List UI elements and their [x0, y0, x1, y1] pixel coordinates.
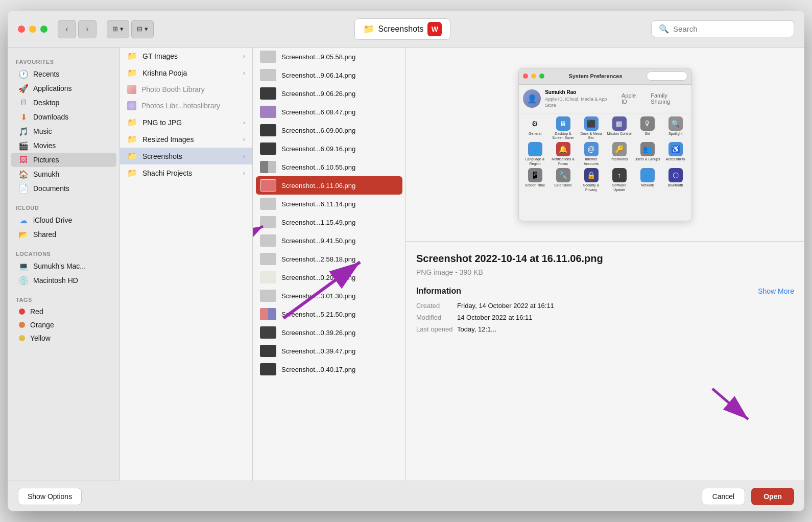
sidebar-item-icloud-drive[interactable]: ☁ iCloud Drive	[11, 213, 116, 227]
folder-photos-library[interactable]: Photos Libr...hotoslibrary	[120, 98, 252, 114]
folder-name: Photos Libr...hotoslibrary	[141, 102, 220, 110]
folder-icon: 📁	[127, 68, 137, 78]
sidebar-item-desktop[interactable]: 🖥 Desktop	[11, 96, 116, 110]
cancel-button[interactable]: Cancel	[702, 488, 746, 505]
nav-buttons: ‹ ›	[58, 20, 97, 38]
column-view-icon: ⊞	[112, 25, 118, 33]
column-view-button[interactable]: ⊞ ▾	[107, 20, 129, 38]
file-thumbnail	[260, 253, 276, 265]
sidebar-item-applications[interactable]: 🚀 Applications	[11, 81, 116, 96]
sidebar-item-downloads[interactable]: ⬇ Downloads	[11, 110, 116, 124]
hd-icon: 💿	[19, 276, 28, 285]
file-thumbnail	[260, 179, 276, 192]
sp-grid-item-bluetooth: ⬡ Bluetooth	[662, 168, 688, 192]
forward-button[interactable]: ›	[78, 20, 97, 38]
file-item[interactable]: Screenshot...9.05.58.png	[253, 48, 405, 66]
sidebar-item-pictures[interactable]: 🖼 Pictures	[11, 153, 116, 167]
file-name: Screenshot...6.10.55.png	[281, 163, 355, 171]
sidebar-label-tag-orange: Orange	[30, 321, 54, 329]
file-item[interactable]: Screenshot...6.10.55.png	[253, 158, 405, 176]
file-item[interactable]: Screenshot...0.40.17.png	[253, 360, 405, 378]
chevron-right-icon: ›	[243, 119, 245, 126]
sidebar-item-sumukh[interactable]: 🏠 Sumukh	[11, 167, 116, 181]
minimize-button[interactable]	[29, 26, 36, 33]
sidebar-item-movies[interactable]: 🎬 Movies	[11, 138, 116, 153]
sidebar-item-mac[interactable]: 💻 Sumukh's Mac...	[11, 259, 116, 273]
file-name: Screenshot...1.15.49.png	[281, 219, 355, 226]
family-sharing-label: Family Sharing	[651, 92, 687, 105]
downloads-icon: ⬇	[19, 112, 28, 122]
file-thumbnail	[260, 216, 276, 228]
sp-grid-item-software: ↑ Software Update	[606, 168, 632, 192]
bottom-bar: Show Options Cancel Open	[8, 481, 804, 511]
folder-png-to-jpg[interactable]: 📁 PNG to JPG ›	[120, 114, 252, 131]
file-name: Screenshot...5.21.50.png	[281, 311, 355, 318]
sp-software-icon: ↑	[612, 168, 627, 182]
show-more-link[interactable]: Show More	[758, 287, 794, 295]
sidebar-label-documents: Documents	[33, 184, 69, 193]
location-bar: 📁 Screenshots W	[160, 18, 645, 40]
sidebar-label-desktop: Desktop	[33, 99, 59, 107]
search-bar[interactable]: 🔍	[651, 20, 794, 37]
apple-id-label: Apple ID	[622, 92, 642, 105]
file-name: Screenshot...0.40.17.png	[281, 366, 355, 373]
sidebar-item-music[interactable]: 🎵 Music	[11, 124, 116, 138]
icloud-header: iCloud	[8, 200, 120, 213]
file-item[interactable]: Screenshot...0.39.26.png	[253, 323, 405, 342]
sidebar-item-tag-yellow[interactable]: Yellow	[11, 331, 116, 345]
sidebar-item-tag-red[interactable]: Red	[11, 305, 116, 318]
folder-shachi-projects[interactable]: 📁 Shachi Projects ›	[120, 164, 252, 181]
folder-photo-booth[interactable]: Photo Booth Library	[120, 81, 252, 98]
folder-gt-images[interactable]: 📁 GT Images ›	[120, 48, 252, 64]
warp-icon[interactable]: W	[427, 22, 442, 36]
created-value: Friday, 14 October 2022 at 16:11	[457, 302, 794, 310]
back-button[interactable]: ‹	[58, 20, 76, 38]
file-item[interactable]: Screenshot...9.41.50.png	[253, 231, 405, 250]
folder-icon: 📁	[127, 51, 137, 61]
file-item[interactable]: Screenshot...6.08.47.png	[253, 103, 405, 121]
file-item[interactable]: Screenshot...2.58.18.png	[253, 250, 405, 268]
sp-security-label: Security & Privacy	[578, 183, 604, 192]
sp-bluetooth-label: Bluetooth	[668, 183, 683, 187]
file-item[interactable]: Screenshot...5.21.50.png	[253, 305, 405, 323]
syspref-user-row: 👤 Sumukh Rao Apple ID, iCloud, Media & A…	[519, 85, 691, 113]
sidebar-item-recents[interactable]: 🕐 Recents	[11, 67, 116, 81]
file-item[interactable]: Screenshot...1.15.49.png	[253, 213, 405, 231]
search-input[interactable]	[673, 25, 786, 33]
folder-krishna-pooja[interactable]: 📁 Krishna Pooja ›	[120, 64, 252, 81]
folder-name: Photo Booth Library	[141, 85, 205, 93]
file-item[interactable]: Screenshot...6.09.00.png	[253, 121, 405, 139]
sidebar-item-shared[interactable]: 📂 Shared	[11, 227, 116, 242]
file-name: Screenshot...9.06.26.png	[281, 90, 355, 98]
sidebar-item-tag-orange[interactable]: Orange	[11, 318, 116, 331]
user-avatar: 👤	[523, 89, 541, 108]
file-item[interactable]: Screenshot...3.01.30.png	[253, 287, 405, 305]
sp-spotlight-label: Spotlight	[668, 132, 682, 136]
sp-grid-item-mission: ▦ Mission Control	[606, 116, 632, 140]
open-button[interactable]: Open	[751, 488, 794, 505]
file-item-selected[interactable]: Screenshot...6.11.06.png	[256, 176, 402, 195]
show-options-button[interactable]: Show Options	[18, 488, 82, 505]
grid-view-button[interactable]: ⊟ ▾	[131, 20, 154, 38]
traffic-lights	[18, 26, 47, 33]
syspref-grid: ⚙ General 🖥 Desktop & Screen Saver ⬛ Doc…	[519, 113, 691, 195]
folder-resized-images[interactable]: 📁 Resized Images ›	[120, 131, 252, 148]
file-item[interactable]: Screenshot...6.09.16.png	[253, 139, 405, 158]
file-thumbnail	[260, 69, 276, 81]
file-item[interactable]: Screenshot...9.06.26.png	[253, 84, 405, 103]
sp-max-button	[539, 74, 544, 79]
close-button[interactable]	[18, 26, 25, 33]
file-item[interactable]: Screenshot...0.20.19.png	[253, 268, 405, 287]
file-item[interactable]: Screenshot...6.11.14.png	[253, 195, 405, 213]
sp-extensions-icon: 🔧	[556, 168, 570, 182]
sp-screen-time-label: Screen Time	[525, 183, 545, 187]
sidebar-item-documents[interactable]: 📄 Documents	[11, 181, 116, 196]
file-item[interactable]: Screenshot...0.39.47.png	[253, 342, 405, 360]
sp-security-icon: 🔒	[584, 168, 599, 182]
file-item[interactable]: Screenshot...9.06.14.png	[253, 66, 405, 84]
modified-value: 14 October 2022 at 16:11	[457, 314, 794, 321]
folder-screenshots[interactable]: 📁 Screenshots ›	[120, 148, 252, 164]
sidebar-item-hd[interactable]: 💿 Macintosh HD	[11, 273, 116, 288]
maximize-button[interactable]	[40, 26, 47, 33]
sp-siri-icon: 🎙	[640, 116, 655, 131]
